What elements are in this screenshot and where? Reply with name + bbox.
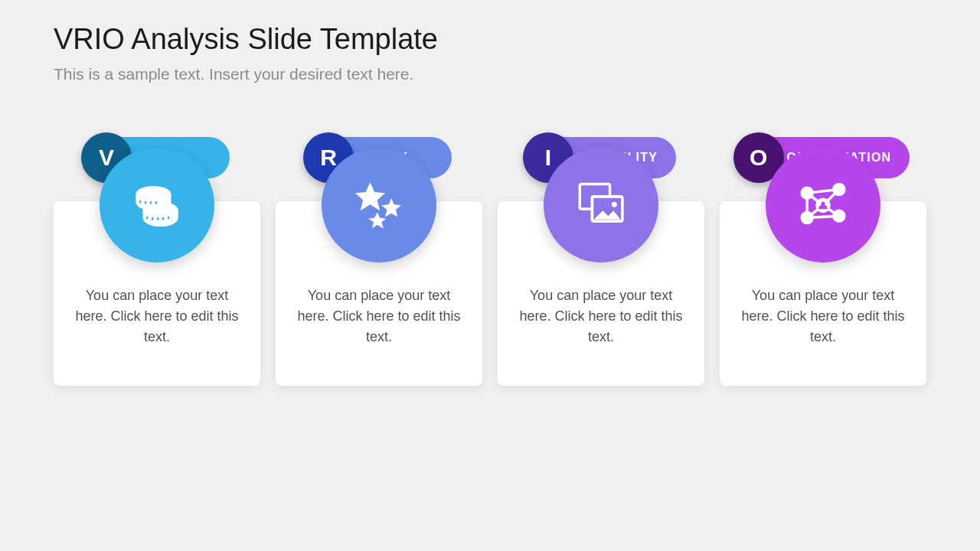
icon-circle-organization bbox=[766, 148, 880, 262]
body-imitability: You can place your text here. Click here… bbox=[514, 285, 688, 347]
column-value: V VALUE You can place your text here. C bbox=[54, 137, 260, 386]
body-organization: You can place your text here. Click here… bbox=[737, 285, 910, 347]
svg-point-5 bbox=[612, 202, 617, 207]
icon-circle-imitability bbox=[544, 148, 658, 262]
stars-icon bbox=[351, 175, 407, 235]
coins-icon bbox=[129, 175, 185, 235]
pill-letter-imitability: I bbox=[545, 145, 551, 171]
frames-icon bbox=[573, 175, 629, 235]
pill-letter-rarity: R bbox=[320, 145, 337, 171]
svg-point-17 bbox=[834, 210, 844, 221]
body-rarity: You can place your text here. Click here… bbox=[292, 285, 466, 347]
column-imitability: I IMITABILITY You can place your text he… bbox=[498, 137, 704, 386]
card-organization: You can place your text here. Click here… bbox=[720, 201, 926, 386]
column-rarity: R RARITY You can place your text here. C… bbox=[276, 137, 482, 386]
pill-letter-value: V bbox=[99, 145, 114, 171]
slide-subtitle: This is a sample text. Insert your desir… bbox=[54, 65, 926, 83]
network-icon bbox=[795, 175, 851, 235]
slide-title: VRIO Analysis Slide Template bbox=[54, 23, 926, 56]
card-rarity: You can place your text here. Click here… bbox=[276, 201, 482, 386]
card-imitability: You can place your text here. Click here… bbox=[498, 201, 704, 386]
icon-circle-value bbox=[100, 148, 214, 262]
pill-letter-organization: O bbox=[750, 145, 767, 171]
column-organization: O ORGANIZATION bbox=[720, 137, 926, 386]
card-value: You can place your text here. Click here… bbox=[54, 201, 260, 386]
body-value: You can place your text here. Click here… bbox=[70, 285, 243, 347]
svg-point-14 bbox=[802, 187, 812, 198]
vrio-columns: V VALUE You can place your text here. C bbox=[54, 137, 926, 386]
svg-point-15 bbox=[834, 184, 844, 195]
svg-point-16 bbox=[802, 213, 812, 223]
icon-circle-rarity bbox=[322, 148, 436, 262]
